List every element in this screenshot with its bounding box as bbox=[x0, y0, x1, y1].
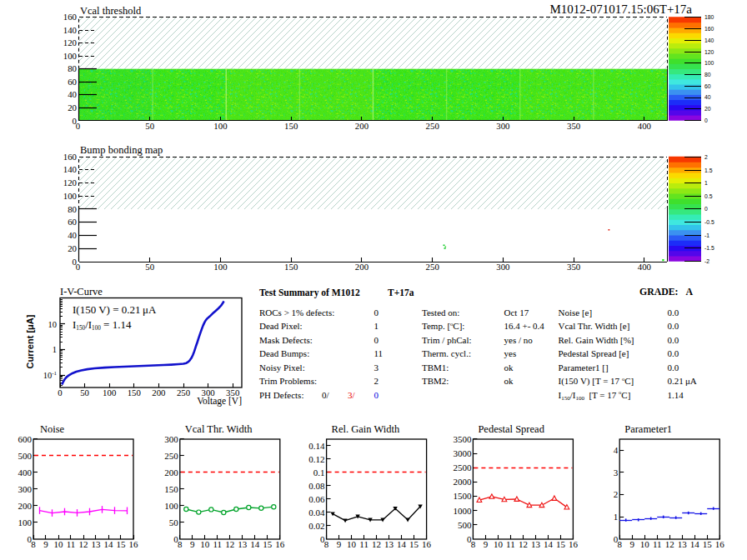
svg-text:0: 0 bbox=[76, 262, 80, 272]
svg-text:T+17a: T+17a bbox=[388, 288, 414, 298]
svg-text:0.02: 0.02 bbox=[308, 521, 324, 531]
svg-text:M1012-071017.15:06T+17a: M1012-071017.15:06T+17a bbox=[549, 2, 692, 16]
svg-text:0.12: 0.12 bbox=[308, 454, 324, 464]
svg-text:12: 12 bbox=[79, 539, 88, 549]
svg-text:Trim Problems:: Trim Problems: bbox=[259, 376, 317, 386]
svg-text:8: 8 bbox=[178, 539, 183, 549]
svg-text:Tested on:: Tested on: bbox=[422, 308, 459, 318]
svg-text:8: 8 bbox=[471, 539, 476, 549]
svg-text:100: 100 bbox=[213, 121, 227, 131]
svg-text:60: 60 bbox=[68, 217, 77, 227]
svg-text:350: 350 bbox=[567, 121, 580, 131]
svg-text:ok: ok bbox=[504, 376, 514, 386]
svg-text:0.0: 0.0 bbox=[668, 308, 679, 318]
svg-text:TBM2:: TBM2: bbox=[422, 376, 449, 386]
svg-text:16: 16 bbox=[422, 539, 432, 549]
svg-text:10: 10 bbox=[48, 320, 58, 329]
svg-text:2: 2 bbox=[374, 376, 379, 386]
svg-text:150: 150 bbox=[284, 262, 298, 272]
svg-text:yes: yes bbox=[504, 348, 517, 358]
svg-text:Dead Bumps:: Dead Bumps: bbox=[259, 348, 309, 358]
svg-text:I(150 V) = 0.21 μA: I(150 V) = 0.21 μA bbox=[73, 303, 157, 316]
svg-text:500: 500 bbox=[18, 451, 33, 461]
svg-text:9: 9 bbox=[190, 539, 195, 549]
svg-text:250: 250 bbox=[426, 121, 439, 131]
svg-text:12: 12 bbox=[372, 539, 381, 549]
svg-text:3000: 3000 bbox=[453, 448, 472, 458]
svg-text:160: 160 bbox=[704, 26, 714, 32]
svg-text:160: 160 bbox=[63, 12, 77, 22]
svg-text:20: 20 bbox=[68, 102, 77, 112]
svg-text:100: 100 bbox=[18, 518, 33, 528]
svg-text:Therm. cycl.:: Therm. cycl.: bbox=[422, 348, 471, 358]
svg-text:I-V-Curve: I-V-Curve bbox=[60, 286, 103, 298]
svg-text:3500: 3500 bbox=[453, 434, 472, 444]
svg-text:1: 1 bbox=[374, 321, 379, 331]
svg-text:10: 10 bbox=[347, 539, 357, 549]
svg-text:1000: 1000 bbox=[453, 506, 472, 516]
svg-text:400: 400 bbox=[18, 468, 33, 478]
svg-text:TBM1:: TBM1: bbox=[422, 362, 449, 372]
svg-text:1: 1 bbox=[614, 512, 619, 522]
svg-text:Rel. Gain Width: Rel. Gain Width bbox=[332, 423, 400, 435]
svg-text:3: 3 bbox=[614, 468, 619, 478]
svg-text:15: 15 bbox=[263, 539, 273, 549]
svg-text:60: 60 bbox=[68, 77, 77, 87]
svg-text:0.5: 0.5 bbox=[704, 193, 713, 199]
svg-text:100: 100 bbox=[213, 262, 227, 272]
svg-text:400: 400 bbox=[638, 121, 651, 131]
svg-text:2500: 2500 bbox=[453, 462, 472, 472]
svg-text:0: 0 bbox=[467, 534, 472, 544]
svg-text:10: 10 bbox=[200, 539, 210, 549]
svg-text:100: 100 bbox=[704, 60, 714, 66]
svg-text:14: 14 bbox=[104, 539, 114, 549]
svg-text:1.14: 1.14 bbox=[668, 390, 684, 400]
svg-text:Vcal Thr. Width: Vcal Thr. Width bbox=[185, 423, 253, 435]
svg-text:1: 1 bbox=[704, 180, 708, 186]
svg-text:3: 3 bbox=[374, 362, 379, 372]
svg-text:140: 140 bbox=[63, 25, 77, 35]
svg-text:2: 2 bbox=[614, 489, 619, 499]
svg-text:100: 100 bbox=[164, 501, 178, 511]
svg-text:Noisy Pixel:: Noisy Pixel: bbox=[259, 362, 305, 372]
svg-text:16.4 +- 0.4: 16.4 +- 0.4 bbox=[504, 321, 545, 331]
svg-text:40: 40 bbox=[68, 230, 77, 240]
svg-text:12: 12 bbox=[665, 539, 674, 549]
svg-text:11: 11 bbox=[67, 539, 76, 549]
svg-text:Noise: Noise bbox=[40, 423, 65, 435]
svg-text:0: 0 bbox=[614, 534, 619, 544]
svg-text:14: 14 bbox=[250, 539, 260, 549]
svg-text:0: 0 bbox=[704, 206, 708, 212]
svg-text:40: 40 bbox=[68, 89, 77, 99]
svg-text:0: 0 bbox=[28, 534, 33, 544]
svg-text:11: 11 bbox=[506, 539, 515, 549]
svg-text:20: 20 bbox=[704, 106, 711, 112]
svg-text:-0.5: -0.5 bbox=[704, 219, 714, 225]
svg-text:13: 13 bbox=[238, 539, 248, 549]
svg-text:10: 10 bbox=[494, 539, 504, 549]
svg-text:16: 16 bbox=[569, 539, 579, 549]
svg-text:150: 150 bbox=[164, 484, 178, 494]
svg-text:160: 160 bbox=[63, 152, 77, 162]
svg-text:200: 200 bbox=[18, 501, 33, 511]
svg-text:Trim / phCal:: Trim / phCal: bbox=[422, 335, 472, 345]
svg-text:11: 11 bbox=[653, 539, 662, 549]
svg-text:PH Defects:: PH Defects: bbox=[259, 390, 303, 400]
svg-text:14: 14 bbox=[544, 539, 554, 549]
svg-text:1500: 1500 bbox=[453, 491, 472, 501]
svg-text:200: 200 bbox=[164, 468, 178, 478]
svg-text:0.14: 0.14 bbox=[308, 441, 325, 451]
svg-text:100: 100 bbox=[63, 51, 77, 61]
svg-text:2: 2 bbox=[704, 154, 708, 160]
svg-text:-1.5: -1.5 bbox=[704, 245, 714, 251]
svg-text:12: 12 bbox=[225, 539, 234, 549]
svg-text:500: 500 bbox=[458, 520, 472, 530]
svg-text:80: 80 bbox=[68, 204, 77, 214]
svg-text:0.04: 0.04 bbox=[308, 508, 325, 518]
svg-text:0.0: 0.0 bbox=[668, 321, 679, 331]
svg-text:0: 0 bbox=[320, 534, 325, 544]
svg-text:0.1: 0.1 bbox=[313, 468, 325, 478]
svg-text:9: 9 bbox=[43, 539, 48, 549]
svg-text:120: 120 bbox=[63, 38, 77, 48]
svg-text:2000: 2000 bbox=[453, 477, 472, 487]
